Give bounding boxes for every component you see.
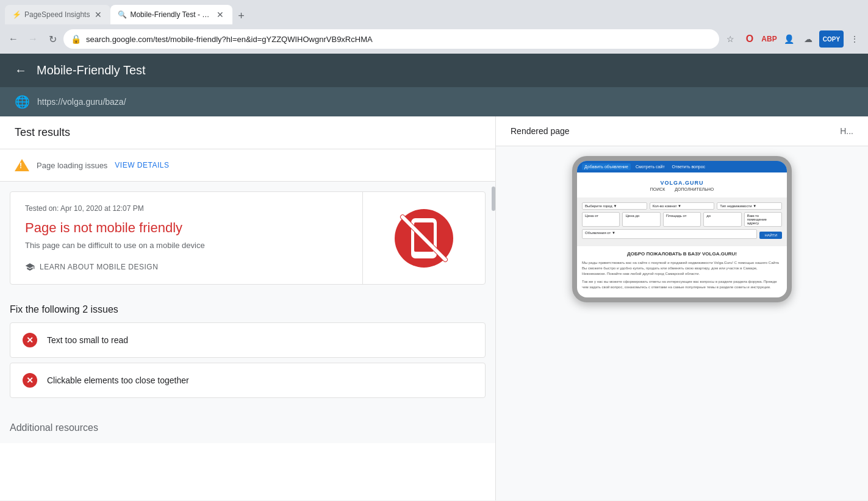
browser-chrome: ⚡ PageSpeed Insights ✕ 🔍 Mobile-Friendly… [0, 0, 868, 54]
issues-count: Fix the following 2 issues [10, 294, 486, 322]
profile-icon[interactable]: 👤 [780, 30, 797, 48]
phone-input-area-from: Площадь от [663, 212, 701, 227]
left-panel: Test results Page loading issues VIEW DE… [0, 116, 496, 500]
learn-label: LEARN ABOUT MOBILE DESIGN [40, 263, 158, 271]
copy-icon[interactable]: COPY [819, 30, 844, 48]
rendered-page-extra: H... [840, 126, 853, 136]
rendered-content: Добавить объявление Смотреть сайт Ответи… [496, 146, 868, 312]
additional-resources-label: Additional resources [10, 422, 98, 433]
address-text: search.google.com/test/mobile-friendly?h… [86, 35, 712, 44]
phone-search-area: Выберите город ▼ Кол-во комнат ▼ Тип нед… [577, 197, 787, 246]
tab-pagespeed-close[interactable]: ✕ [93, 9, 103, 20]
learn-link[interactable]: LEARN ABOUT MOBILE DESIGN [25, 262, 348, 272]
opera-icon[interactable]: O [741, 30, 758, 48]
rendered-page-title: Rendered page [511, 126, 570, 136]
issue-text-size-label: Text too small to read [47, 335, 128, 345]
phone-input-area-to: до [703, 212, 741, 227]
adblock-icon[interactable]: ABP [761, 30, 778, 48]
card-left: Tested on: Apr 10, 2020 at 12:07 PM Page… [10, 192, 363, 284]
phone-select-rooms: Кол-во комнат ▼ [650, 202, 715, 210]
phone-input-row-2: Объявления от ▼ НАЙТИ [582, 229, 782, 239]
phone-nav-link-1: ПОИСК [650, 187, 665, 191]
left-scrollable: Tested on: Apr 10, 2020 at 12:07 PM Page… [0, 182, 495, 443]
toolbar-icons: ☆ O ABP 👤 ☁ COPY ⋮ [722, 30, 863, 48]
back-button[interactable]: ← [5, 30, 22, 48]
phone-input-price-from: Цена от [582, 212, 620, 227]
phone-nav-link-2: ДОПОЛНИТЕЛЬНО [675, 187, 714, 191]
phone-input-price-to: Цена до [622, 212, 660, 227]
tab-mobile-friendly[interactable]: 🔍 Mobile-Friendly Test - Google Se... ✕ [110, 5, 232, 24]
results-title: Test results [15, 126, 70, 138]
main-content: Test results Page loading issues VIEW DE… [0, 116, 868, 500]
phone-nav-links: ПОИСК ДОПОЛНИТЕЛЬНО [577, 187, 787, 195]
tab-pagespeed[interactable]: ⚡ PageSpeed Insights ✕ [5, 5, 110, 24]
phone-select-city: Выберите город ▼ [582, 202, 647, 210]
phone-nav-item-3: Ответить вопрос [670, 163, 708, 170]
phone-screen: Добавить объявление Смотреть сайт Ответи… [577, 161, 787, 297]
issue-item-clickable[interactable]: ✕ Clickable elements too close together [10, 363, 486, 398]
card-date: Tested on: Apr 10, 2020 at 12:07 PM [25, 204, 348, 213]
phone-body-text-1: Мы рады приветствовать вас на сайте с по… [582, 260, 782, 277]
address-bar-row: ← → ↻ 🔒 search.google.com/test/mobile-fr… [0, 24, 868, 54]
new-tab-button[interactable]: + [232, 7, 249, 24]
tab-pagespeed-label: PageSpeed Insights [24, 10, 90, 19]
app-back-button[interactable]: ← [15, 63, 27, 77]
card-status: Page is not mobile friendly [25, 220, 348, 236]
mobile-friendly-tab-icon: 🔍 [118, 10, 126, 19]
phone-body-text-2: Так же у нас вы можете сформировать отве… [582, 279, 782, 290]
svg-rect-3 [418, 254, 430, 257]
tab-mobile-friendly-close[interactable]: ✕ [215, 9, 225, 20]
error-icon-clickable: ✕ [23, 373, 37, 388]
not-mobile-friendly-icon [393, 208, 454, 269]
result-card: Tested on: Apr 10, 2020 at 12:07 PM Page… [10, 191, 486, 285]
issues-section: Fix the following 2 issues ✕ Text too sm… [10, 294, 486, 413]
right-panel: Rendered page H... Добавить объявление С… [496, 116, 868, 500]
phone-search-button[interactable]: НАЙТИ [759, 232, 782, 239]
phone-search-row-1: Выберите город ▼ Кол-во комнат ▼ Тип нед… [582, 202, 782, 210]
url-bar: 🌐 https://volga.guru/baza/ [0, 87, 868, 116]
address-bar[interactable]: 🔒 search.google.com/test/mobile-friendly… [63, 29, 719, 49]
rendered-page-header: Rendered page H... [496, 116, 868, 146]
bookmark-icon[interactable]: ☆ [722, 30, 739, 48]
forward-button[interactable]: → [24, 30, 41, 48]
issue-item-text-size[interactable]: ✕ Text too small to read [10, 322, 486, 358]
tab-mobile-friendly-label: Mobile-Friendly Test - Google Se... [130, 10, 212, 19]
app-header: ← Mobile-Friendly Test [0, 54, 868, 87]
issues-bar: Page loading issues VIEW DETAILS [0, 149, 495, 182]
phone-mockup: Добавить объявление Смотреть сайт Ответи… [572, 156, 792, 302]
issues-text: Page loading issues [37, 161, 107, 170]
pagespeed-tab-icon: ⚡ [12, 10, 21, 19]
error-icon-text-size: ✕ [23, 333, 37, 347]
issue-clickable-label: Clickable elements too close together [47, 375, 189, 385]
lock-icon: 🔒 [71, 34, 81, 44]
view-details-button[interactable]: VIEW DETAILS [115, 161, 169, 169]
graduation-icon [25, 262, 35, 272]
card-description: This page can be difficult to use on a m… [25, 241, 348, 250]
cloud-icon[interactable]: ☁ [800, 30, 817, 48]
phone-select-type: Тип недвижимости ▼ [717, 202, 782, 210]
phone-body: ДОБРО ПОЖАЛОВАТЬ В БАЗУ VOLGA.GURU! Мы р… [577, 246, 787, 297]
tab-bar: ⚡ PageSpeed Insights ✕ 🔍 Mobile-Friendly… [0, 0, 868, 24]
phone-welcome-text: ДОБРО ПОЖАЛОВАТЬ В БАЗУ VOLGA.GURU! [582, 251, 782, 257]
more-icon[interactable]: ⋮ [846, 30, 863, 48]
tested-url: https://volga.guru/baza/ [37, 97, 126, 107]
globe-icon: 🌐 [15, 94, 30, 109]
phone-input-row-1: Цена от Цена до Площадь от до Вам-то пом… [582, 212, 782, 227]
phone-select-location: Вам-то помещение адресу [744, 212, 782, 227]
phone-nav: Добавить объявление Смотреть сайт Ответи… [577, 161, 787, 172]
results-header: Test results [0, 116, 495, 149]
phone-select-category: Объявления от ▼ [582, 229, 757, 239]
additional-resources: Additional resources [10, 413, 486, 433]
reload-button[interactable]: ↻ [44, 30, 61, 48]
phone-nav-item-2: Смотреть сайт [633, 163, 667, 170]
app-title: Mobile-Friendly Test [37, 63, 146, 77]
phone-site-name: VOLGA.GURU [577, 175, 787, 187]
phone-nav-item-1: Добавить объявление [582, 163, 631, 170]
card-right [363, 192, 485, 284]
warning-icon [15, 159, 29, 171]
